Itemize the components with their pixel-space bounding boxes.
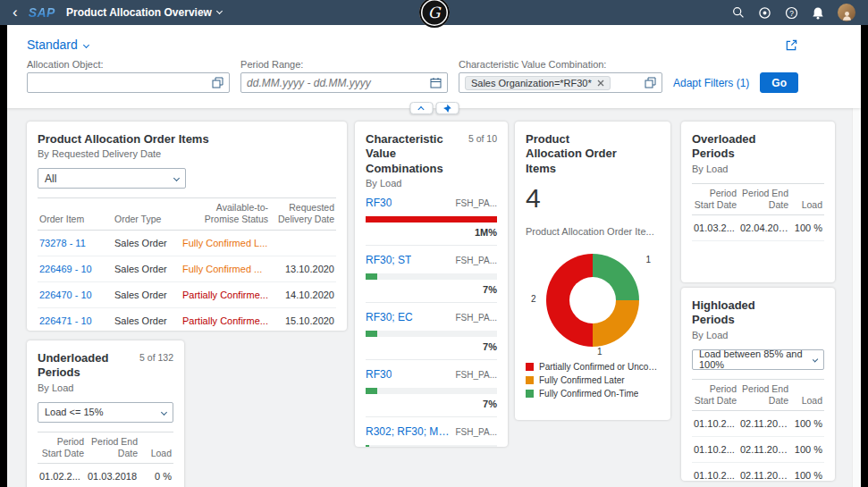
chevron-down-icon: [216, 8, 223, 14]
cvc-name-link[interactable]: RF30; ST: [366, 254, 411, 266]
donut-ring: [546, 254, 639, 347]
cvc-list-item[interactable]: RF30FSH_PA... 1M%: [366, 189, 497, 246]
segment-data-label: 1: [645, 255, 651, 264]
order-item-link[interactable]: 226471 - 10: [39, 315, 92, 326]
sap-logo[interactable]: SAP: [29, 5, 55, 20]
load-bar-track: [366, 445, 497, 447]
atp-status-cell: Partially Confirme...: [181, 307, 270, 331]
cvc-name-link[interactable]: RF30: [366, 197, 392, 209]
period-end-cell: 01.03.2018: [86, 463, 139, 487]
col-period-start: Period Start Date: [692, 379, 738, 410]
highloaded-table: Period Start Date Period End Date Load 0…: [692, 379, 824, 482]
vertical-scrollbar[interactable]: [852, 108, 861, 487]
selected-value: Load <= 15%: [45, 407, 103, 417]
copilot-icon[interactable]: [758, 6, 771, 20]
legend-swatch: [526, 390, 534, 398]
variant-selector[interactable]: Standard: [27, 38, 88, 52]
allocation-object-input[interactable]: [27, 72, 230, 93]
load-bar-fill: [366, 388, 377, 394]
col-period-end: Period End Date: [738, 379, 790, 410]
table-row[interactable]: 226470 - 10 Sales Order Partially Confir…: [38, 281, 336, 307]
allocation-object-text[interactable]: [33, 77, 208, 89]
load-bar-fill: [366, 216, 497, 223]
notifications-bell-icon[interactable]: [812, 6, 824, 20]
card-characteristic-value-combinations[interactable]: Characteristic Value Combinations 5 of 1…: [355, 122, 508, 447]
chevron-down-icon: [83, 41, 89, 47]
table-row[interactable]: 226471 - 10 Sales Order Partially Confir…: [38, 307, 336, 331]
pin-header-button[interactable]: [435, 102, 459, 114]
period-range-label: Period Range:: [240, 59, 448, 70]
table-row[interactable]: 01.03.2... 02.04.2018 100 %: [692, 214, 824, 240]
highloaded-filter-select[interactable]: Load between 85% and 100%: [692, 349, 824, 370]
period-range-input[interactable]: [240, 72, 448, 93]
period-range-text[interactable]: [247, 77, 426, 89]
cvc-input[interactable]: Sales Organization=*RF30*: [459, 72, 662, 93]
allocation-object-label: Allocation Object:: [27, 59, 230, 70]
selected-value: All: [45, 172, 56, 185]
donut-chart[interactable]: 1 2 1: [526, 244, 660, 357]
card-order-items-table[interactable]: Product Allocation Order Items By Reques…: [27, 122, 347, 331]
selected-value: Load between 85% and 100%: [699, 348, 813, 370]
search-icon[interactable]: [732, 6, 745, 19]
period-end-cell: 02.11.2020: [738, 462, 790, 481]
card-overloaded-periods[interactable]: Overloaded Periods By Load Period Start …: [681, 122, 835, 282]
company-logo: G: [419, 0, 450, 28]
adapt-filters-link[interactable]: Adapt Filters (1): [673, 77, 749, 89]
cvc-list-item[interactable]: RF30; ECFSH_PA... 7%: [366, 303, 497, 360]
filter-token[interactable]: Sales Organization=*RF30*: [465, 76, 611, 90]
underloaded-filter-select[interactable]: Load <= 15%: [38, 402, 173, 423]
cvc-list-item[interactable]: R302; RF30; MR55...FSH_PA... 0%: [366, 417, 497, 447]
shell-bar: ‹ SAP Product Allocation Overview G ?: [0, 0, 868, 25]
load-value: 7%: [366, 284, 497, 295]
table-row[interactable]: 01.10.2... 02.11.2020 100 %: [692, 410, 824, 436]
legend-swatch: [526, 363, 534, 371]
help-icon[interactable]: ?: [785, 6, 798, 20]
value-help-icon[interactable]: [645, 77, 656, 88]
order-items-filter-select[interactable]: All: [38, 168, 186, 189]
requested-date-cell: 14.10.2020: [270, 281, 336, 307]
order-item-link[interactable]: 226469 - 10: [39, 264, 92, 274]
calendar-icon[interactable]: [430, 77, 442, 88]
user-avatar[interactable]: [838, 4, 855, 21]
card-underloaded-periods[interactable]: Underloaded Periods 5 of 132 By Load Loa…: [27, 340, 184, 487]
cvc-attribute: FSH_PA...: [456, 370, 498, 380]
cvc-name-link[interactable]: R302; RF30; MR55...: [366, 425, 451, 438]
back-icon[interactable]: ‹: [13, 4, 18, 21]
order-item-link[interactable]: 226470 - 10: [39, 290, 92, 300]
table-row[interactable]: 01.10.2... 02.11.2020 100 %: [692, 436, 824, 462]
go-button[interactable]: Go: [760, 72, 798, 93]
table-row[interactable]: 73278 - 11 Sales Order Fully Confirmed L…: [38, 230, 336, 256]
company-logo-letter: G: [428, 4, 441, 21]
chart-legend: Partially Confirmed or Unconfirm... Full…: [526, 362, 660, 399]
card-subtitle: By Load: [692, 164, 824, 174]
card-count: 5 of 10: [468, 133, 497, 144]
load-cell: 100 %: [790, 436, 824, 462]
cvc-name-link[interactable]: RF30; EC: [366, 311, 413, 323]
collapse-header-button[interactable]: [409, 102, 433, 114]
cvc-list-item[interactable]: RF30; STFSH_PA... 7%: [366, 246, 497, 303]
table-row[interactable]: 226469 - 10 Sales Order Fully Confirmed …: [38, 256, 336, 281]
cvc-name-link[interactable]: RF30: [366, 368, 392, 381]
cvc-list-item[interactable]: RF30FSH_PA... 7%: [366, 360, 497, 417]
order-item-link[interactable]: 73278 - 11: [39, 238, 86, 248]
col-requested-date: Requested Delivery Date: [270, 198, 336, 230]
svg-text:?: ?: [789, 8, 794, 17]
card-subtitle: By Requested Delivery Date: [38, 148, 336, 159]
card-order-items-donut[interactable]: Product Allocation Order Items 4 Product…: [515, 122, 670, 420]
app-title-menu[interactable]: Product Allocation Overview: [66, 6, 222, 19]
share-icon[interactable]: [785, 38, 798, 52]
load-bar-track: [366, 216, 497, 223]
chevron-up-icon: [417, 105, 424, 112]
card-highloaded-periods[interactable]: Highloaded Periods By Load Load between …: [681, 288, 835, 481]
load-cell: 100 %: [790, 410, 824, 436]
token-close-icon[interactable]: [597, 80, 604, 87]
legend-label: Fully Confirmed On-Time: [539, 389, 638, 399]
atp-status-cell: Fully Confirmed ...: [181, 256, 270, 281]
table-row[interactable]: 01.02.2... 01.03.2018 0 %: [38, 463, 173, 487]
table-row[interactable]: 01.10.2... 02.11.2020 100 %: [692, 462, 824, 481]
chevron-down-icon: [173, 175, 180, 181]
value-help-icon[interactable]: [212, 77, 223, 88]
load-bar-fill: [366, 273, 377, 280]
card-title: Overloaded Periods: [692, 132, 824, 162]
variant-title: Standard: [27, 38, 78, 52]
